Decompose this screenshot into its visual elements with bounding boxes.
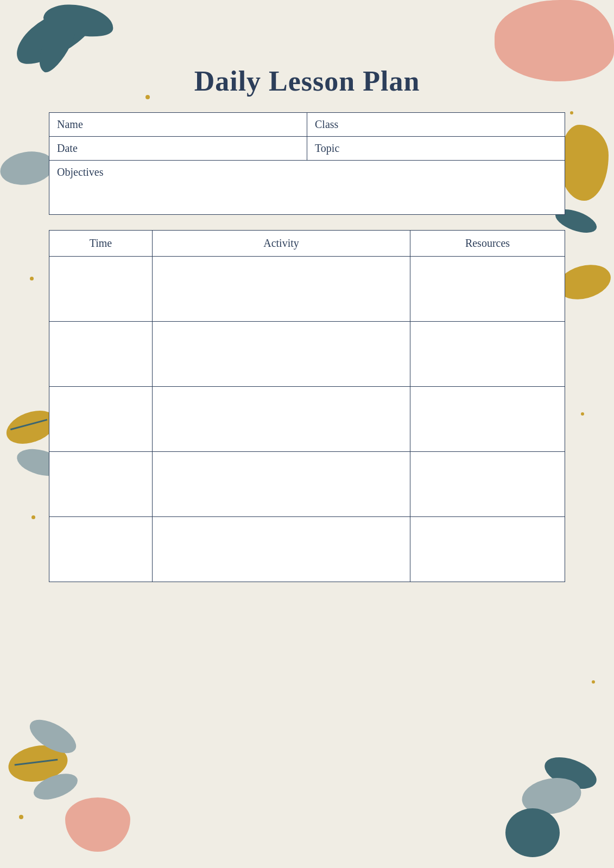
activity-cell-1[interactable] xyxy=(153,257,410,322)
decorative-blob-leftgray xyxy=(0,148,56,189)
schedule-table: Time Activity Resources xyxy=(49,230,565,582)
date-field[interactable]: Date xyxy=(49,137,307,161)
time-cell-1[interactable] xyxy=(49,257,153,322)
resources-cell-3[interactable] xyxy=(410,387,565,452)
resources-cell-5[interactable] xyxy=(410,517,565,582)
col-time: Time xyxy=(49,231,153,257)
decorative-flower-bottomleft xyxy=(65,797,130,852)
time-cell-4[interactable] xyxy=(49,452,153,517)
schedule-row-4 xyxy=(49,452,565,517)
page-title: Daily Lesson Plan xyxy=(49,65,565,97)
name-field[interactable]: Name xyxy=(49,113,307,137)
time-cell-2[interactable] xyxy=(49,322,153,387)
form-row-2: Date Topic xyxy=(49,137,565,161)
schedule-row-3 xyxy=(49,387,565,452)
form-row-1: Name Class xyxy=(49,113,565,137)
schedule-row-5 xyxy=(49,517,565,582)
decorative-flower-bottomright xyxy=(505,808,560,857)
activity-cell-4[interactable] xyxy=(153,452,410,517)
time-cell-5[interactable] xyxy=(49,517,153,582)
dot-5 xyxy=(31,515,35,519)
dot-6 xyxy=(592,680,595,684)
objectives-label: Objectives xyxy=(57,166,104,178)
schedule-row-2 xyxy=(49,322,565,387)
class-field[interactable]: Class xyxy=(307,113,565,137)
decorative-blob-rightgold1 xyxy=(560,125,609,201)
resources-cell-1[interactable] xyxy=(410,257,565,322)
resources-cell-2[interactable] xyxy=(410,322,565,387)
dot-4 xyxy=(581,412,584,416)
resources-cell-4[interactable] xyxy=(410,452,565,517)
col-resources: Resources xyxy=(410,231,565,257)
main-content: Daily Lesson Plan Name Class Date Topic … xyxy=(49,65,565,582)
activity-cell-2[interactable] xyxy=(153,322,410,387)
objectives-box[interactable]: Objectives xyxy=(49,161,565,215)
time-cell-3[interactable] xyxy=(49,387,153,452)
schedule-header-row: Time Activity Resources xyxy=(49,231,565,257)
col-activity: Activity xyxy=(153,231,410,257)
schedule-row-1 xyxy=(49,257,565,322)
dot-7 xyxy=(19,815,23,819)
activity-cell-3[interactable] xyxy=(153,387,410,452)
topic-field[interactable]: Topic xyxy=(307,137,565,161)
activity-cell-5[interactable] xyxy=(153,517,410,582)
form-table: Name Class Date Topic xyxy=(49,112,565,161)
dot-2 xyxy=(570,111,573,114)
dot-3 xyxy=(30,277,34,280)
